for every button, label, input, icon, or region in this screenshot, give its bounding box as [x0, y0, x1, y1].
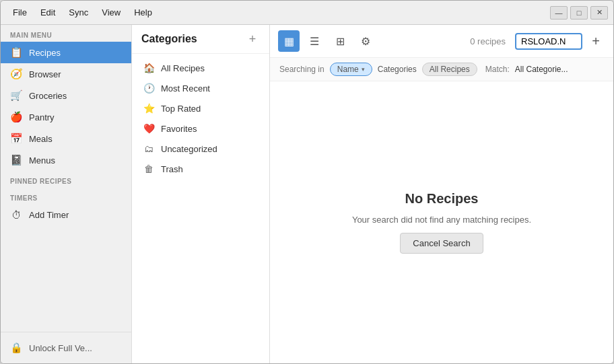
sidebar-section-main: Main Menu [1, 25, 131, 42]
categories-panel: Categories + 🏠 All Recipes 🕐 Most Recent… [132, 25, 270, 363]
sidebar-label-browser: Browser [29, 69, 61, 79]
all-recipes-pill[interactable]: All Recipes [422, 63, 477, 76]
sidebar: Main Menu 📋 Recipes 🧭 Browser 🛒 Grocerie… [1, 25, 132, 363]
recipes-icon: 📋 [10, 46, 22, 59]
cat-most-recent-label: Most Recent [161, 83, 210, 94]
titlebar: File Edit Sync View Help — □ ✕ [1, 1, 613, 25]
uncategorized-icon: 🗂 [143, 143, 155, 154]
sidebar-label-recipes: Recipes [29, 48, 61, 58]
most-recent-icon: 🕐 [143, 83, 155, 94]
view-filter-button[interactable]: ⚙ [355, 30, 376, 52]
sidebar-item-pantry[interactable]: 🍎 Pantry [1, 106, 131, 128]
maximize-button[interactable]: □ [570, 6, 588, 20]
unlock-label: Unlock Full Ve... [29, 343, 92, 353]
cat-favorites-label: Favorites [161, 124, 197, 134]
menu-sync[interactable]: Sync [62, 5, 95, 20]
trash-icon: 🗑 [143, 163, 155, 174]
app-window: File Edit Sync View Help — □ ✕ Main Menu… [0, 0, 614, 364]
cancel-search-button[interactable]: Cancel Search [400, 233, 483, 254]
search-input[interactable] [515, 33, 582, 50]
recipe-count: 0 recipes [470, 36, 506, 46]
cat-top-rated-label: Top Rated [161, 104, 201, 114]
sidebar-item-add-timer[interactable]: ⏱ Add Timer [1, 205, 131, 225]
sidebar-item-browser[interactable]: 🧭 Browser [1, 63, 131, 85]
cat-top-rated[interactable]: ⭐ Top Rated [132, 98, 269, 118]
sidebar-label-menus: Menus [29, 155, 55, 166]
browser-icon: 🧭 [10, 68, 22, 80]
searching-in-label: Searching in [279, 65, 325, 74]
groceries-icon: 🛒 [10, 89, 22, 102]
menu-edit[interactable]: Edit [34, 5, 62, 20]
search-field-pill[interactable]: Name ▾ [330, 63, 372, 76]
sidebar-label-meals: Meals [29, 134, 53, 144]
sidebar-item-recipes[interactable]: 📋 Recipes [1, 42, 131, 63]
view-grid-button[interactable]: ▦ [278, 30, 300, 52]
chevron-down-icon: ▾ [362, 66, 365, 73]
add-recipe-button[interactable]: + [586, 32, 605, 50]
match-label: Match: [485, 65, 510, 74]
pantry-icon: 🍎 [10, 111, 22, 123]
minimize-button[interactable]: — [550, 6, 568, 20]
content-area: ▦ ☰ ⊞ ⚙ 0 recipes + Searching in [270, 25, 613, 363]
sidebar-item-meals[interactable]: 📅 Meals [1, 128, 131, 149]
all-recipes-search-label: All Recipes [430, 65, 470, 74]
window-controls: — □ ✕ [550, 6, 608, 20]
search-field-value: Name [337, 65, 359, 74]
menu-view[interactable]: View [95, 5, 127, 20]
cat-trash-label: Trash [161, 164, 183, 174]
categories-header: Categories + [132, 25, 269, 54]
filter-icon: ⚙ [361, 35, 370, 48]
cat-uncategorized-label: Uncategorized [161, 144, 217, 154]
cat-all-recipes[interactable]: 🏠 All Recipes [132, 58, 269, 78]
all-recipes-icon: 🏠 [143, 63, 155, 73]
add-category-button[interactable]: + [245, 32, 260, 46]
category-list: 🏠 All Recipes 🕐 Most Recent ⭐ Top Rated … [132, 54, 269, 363]
menu-help[interactable]: Help [127, 5, 159, 20]
cat-trash[interactable]: 🗑 Trash [132, 159, 269, 179]
sidebar-label-pantry: Pantry [29, 112, 55, 122]
menu-file[interactable]: File [6, 5, 34, 20]
sidebar-label-add-timer: Add Timer [29, 210, 69, 220]
cat-all-recipes-label: All Recipes [161, 63, 205, 73]
search-bar: Searching in Name ▾ Categories All Recip… [270, 58, 613, 81]
meals-icon: 📅 [10, 133, 22, 145]
sidebar-bottom: 🔒 Unlock Full Ve... [1, 332, 131, 363]
cat-uncategorized[interactable]: 🗂 Uncategorized [132, 139, 269, 159]
sidebar-item-groceries[interactable]: 🛒 Groceries [1, 85, 131, 106]
empty-state: No Recipes Your search did not find any … [270, 81, 613, 363]
view-list-button[interactable]: ☰ [304, 30, 325, 52]
cat-most-recent[interactable]: 🕐 Most Recent [132, 78, 269, 98]
sidebar-label-groceries: Groceries [29, 91, 67, 101]
sidebar-section-pinned: Pinned Recipes [1, 171, 131, 188]
sidebar-section-timers: Timers [1, 188, 131, 205]
match-value: All Categorie... [515, 65, 568, 74]
unlock-button[interactable]: 🔒 Unlock Full Ve... [1, 336, 131, 359]
favorites-icon: ❤️ [143, 123, 155, 134]
add-recipe-icon: + [592, 34, 600, 49]
categories-title: Categories [141, 33, 240, 45]
view-compact-button[interactable]: ⊞ [329, 30, 351, 52]
main-layout: Main Menu 📋 Recipes 🧭 Browser 🛒 Grocerie… [1, 25, 613, 363]
compact-icon: ⊞ [336, 35, 345, 48]
menu-bar: File Edit Sync View Help [6, 5, 550, 20]
cat-favorites[interactable]: ❤️ Favorites [132, 118, 269, 139]
no-recipes-subtitle: Your search did not find any matching re… [352, 215, 531, 225]
content-toolbar: ▦ ☰ ⊞ ⚙ 0 recipes + [270, 25, 613, 58]
top-rated-icon: ⭐ [143, 103, 155, 114]
lock-icon: 🔒 [10, 342, 22, 354]
menus-icon: 📓 [10, 154, 22, 166]
grid-icon: ▦ [284, 35, 294, 48]
sidebar-item-menus[interactable]: 📓 Menus [1, 149, 131, 171]
close-button[interactable]: ✕ [590, 6, 608, 20]
timer-icon: ⏱ [10, 209, 22, 221]
categories-divider-label: Categories [378, 65, 417, 74]
list-icon: ☰ [310, 35, 319, 48]
no-recipes-title: No Recipes [405, 191, 479, 207]
